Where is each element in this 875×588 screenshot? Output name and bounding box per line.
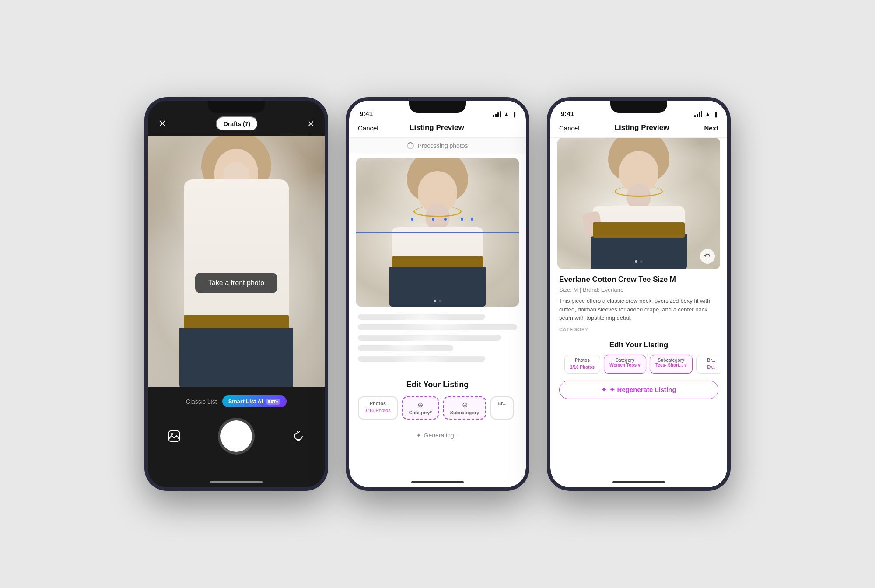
edit-title-2: Edit Your Listing <box>358 380 517 389</box>
tab-subcategory-2[interactable]: ⊕ Subcategory <box>443 396 486 420</box>
home-indicator-2 <box>411 481 464 483</box>
dot3 <box>444 218 447 220</box>
battery-icon-3: ▐ <box>713 112 717 117</box>
subcat-top-3: Subcategory <box>655 358 687 363</box>
tab-brand-2[interactable]: Br... <box>490 396 514 420</box>
notch-1 <box>208 101 265 113</box>
brand-tab-label: Br... <box>497 401 507 406</box>
listing-description: This piece offers a classic crew neck, o… <box>559 297 718 322</box>
signal-icon-3 <box>694 111 702 117</box>
scan-line <box>356 232 519 233</box>
gallery-icon <box>168 430 180 442</box>
subcategory-tab-label: Subcategory <box>450 410 480 415</box>
listing-details: Everlane Cotton Crew Tee Size M Size: M … <box>550 269 727 341</box>
phone-2: 9:41 ▲ ▐ Cancel Listing Preview <box>346 97 529 491</box>
phone-1: ✕ Drafts (7) ✕ Take a front photo <box>144 97 328 491</box>
tab-category-2[interactable]: ⊕ Category* <box>402 396 439 420</box>
nav-title-3: Listing Preview <box>615 123 669 132</box>
classic-mode-label[interactable]: Classic List <box>186 398 217 405</box>
close-icon[interactable]: ✕ <box>158 118 166 130</box>
image-pagination-2 <box>434 300 441 302</box>
smart-list-button[interactable]: Smart List AI BETA <box>222 396 287 407</box>
category-icon: ⊕ <box>409 401 432 409</box>
tab-photos-2[interactable]: Photos 1/16 Photos <box>358 396 398 420</box>
listing-image-processing <box>356 158 519 307</box>
bar4 <box>500 111 501 117</box>
home-indicator-3 <box>612 481 665 483</box>
camera-controls <box>165 420 307 452</box>
status-icons-3: ▲ ▐ <box>694 111 717 117</box>
tab-subcategory-3[interactable]: Subcategory Tees- Short... ∨ <box>650 355 693 374</box>
photos-tab-label: Photos <box>365 401 391 406</box>
battery-icon: ▐ <box>512 112 515 117</box>
wifi-icon: ▲ <box>504 111 509 117</box>
generating-bar: ✦ Generating... <box>349 426 526 445</box>
nav-bar-3: Cancel Listing Preview Next <box>550 120 727 138</box>
sparkle-icon: ✦ <box>416 432 421 439</box>
result-belt <box>593 222 685 238</box>
regenerate-button[interactable]: ✦ ✦ Regenerate Listing <box>559 381 718 399</box>
notch-3 <box>610 101 667 113</box>
smart-list-label: Smart List AI <box>228 398 263 405</box>
result-jeans <box>591 234 687 269</box>
cat-sub-3: Women Tops <box>609 363 637 368</box>
dot5 <box>471 218 473 220</box>
rotate-icon <box>704 253 711 260</box>
edit-tabs-3: Photos 1/16 Photos Category Women Tops ∨… <box>557 355 720 375</box>
wifi-icon-3: ▲ <box>705 111 710 117</box>
edit-section-3: Edit Your Listing Photos 1/16 Photos Cat… <box>550 341 727 379</box>
cancel-button-3[interactable]: Cancel <box>559 124 580 132</box>
camera-viewfinder: Take a front photo <box>148 136 325 389</box>
brand-top-3: Br... <box>702 358 720 363</box>
status-icons-2: ▲ ▐ <box>493 111 515 117</box>
beta-badge: BETA <box>266 399 280 405</box>
time-3: 9:41 <box>561 110 574 117</box>
notch-2 <box>409 101 466 113</box>
page-dot-1 <box>434 300 436 302</box>
tab-brand-3[interactable]: Br... Ev... <box>696 355 720 374</box>
gallery-button[interactable] <box>165 427 183 445</box>
time-2: 9:41 <box>360 110 373 117</box>
tab-photos-3[interactable]: Photos 1/16 Photos <box>564 355 600 374</box>
page-dot-r1 <box>635 260 637 263</box>
skeleton-line-1 <box>358 314 485 320</box>
next-button-3[interactable]: Next <box>704 124 718 132</box>
photos-sub-3: 1/16 Photos <box>570 365 595 370</box>
category-tab-label: Category* <box>409 410 432 415</box>
processing-screen: 9:41 ▲ ▐ Cancel Listing Preview <box>349 101 526 487</box>
edit-section-2: Edit Your Listing Photos 1/16 Photos ⊕ C… <box>349 373 526 426</box>
dot4 <box>461 218 463 220</box>
bar2 <box>495 114 497 117</box>
photo-prompt-tooltip: Take a front photo <box>195 273 277 293</box>
home-indicator-1 <box>210 481 262 483</box>
flip-camera-button[interactable] <box>290 427 307 445</box>
shutter-button[interactable] <box>220 420 252 452</box>
cat-top-3: Category <box>609 358 640 363</box>
skeleton-line-4 <box>358 345 453 351</box>
rotate-camera-button[interactable] <box>700 249 715 264</box>
edit-title-3: Edit Your Listing <box>557 341 720 350</box>
sparkle-icon-result: ✦ <box>601 386 607 394</box>
spinner-icon <box>407 142 414 149</box>
cancel-button-2[interactable]: Cancel <box>358 124 378 132</box>
processing-text: Processing photos <box>417 142 468 149</box>
subcat-row: Tees- Short... ∨ <box>655 363 687 368</box>
phone-3: 9:41 ▲ ▐ Cancel Listing Preview Next <box>547 97 731 491</box>
subcategory-icon: ⊕ <box>450 401 480 409</box>
cross-icon[interactable]: ✕ <box>308 119 314 129</box>
skeleton-content <box>349 307 526 373</box>
edit-tabs-2: Photos 1/16 Photos ⊕ Category* ⊕ Subcate… <box>358 396 517 421</box>
skeleton-line-5 <box>358 356 485 362</box>
tab-category-3[interactable]: Category Women Tops ∨ <box>604 355 646 374</box>
listing-meta: Size: M | Brand: Everlane <box>559 287 718 293</box>
bar1 <box>493 115 494 117</box>
nav-title-2: Listing Preview <box>410 123 464 132</box>
scan-dots <box>356 206 519 232</box>
skeleton-line-3 <box>358 335 501 341</box>
photos-tab-sub: 1/16 Photos <box>365 408 391 413</box>
result-necklace <box>615 186 663 197</box>
svg-rect-0 <box>169 431 179 441</box>
bar3 <box>497 112 499 117</box>
drafts-button[interactable]: Drafts (7) <box>216 116 258 131</box>
image-pagination-3 <box>635 260 643 263</box>
